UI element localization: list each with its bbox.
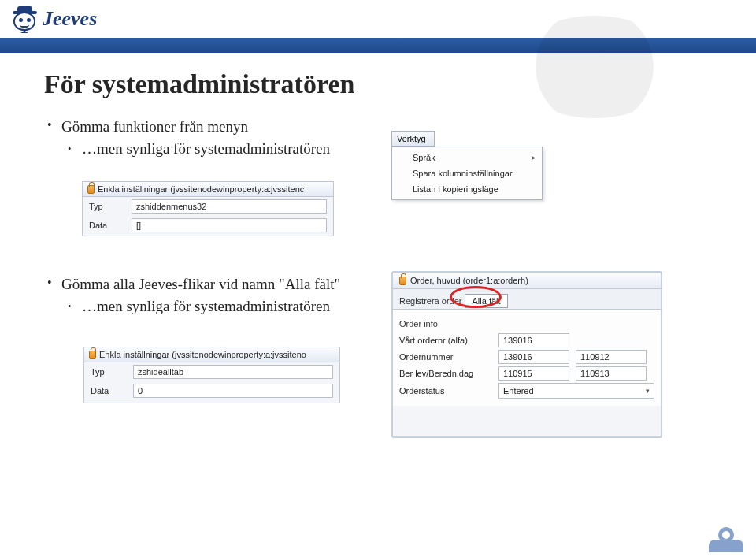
input-typ[interactable]: zshiddenmenus32 xyxy=(132,199,327,214)
menu-body: Språk Spara kolumninställningar Listan i… xyxy=(391,147,543,200)
settings-window-2: Enkla inställningar (jvssitenodewinprope… xyxy=(83,347,340,403)
sub-bullet-list-2: …men synliga för systemadministratören xyxy=(65,298,340,315)
bullet-1: Gömma funktioner från menyn xyxy=(44,118,712,136)
menu-header[interactable]: Verktyg xyxy=(391,131,435,147)
select-orderstatus[interactable]: Entered ▾ xyxy=(498,383,654,399)
menu-item-save-columns[interactable]: Spara kolumninställningar xyxy=(392,165,542,181)
settings-window-1: Enkla inställningar (jvssitenodewinprope… xyxy=(82,181,334,236)
lock-icon xyxy=(89,351,96,359)
label-data: Data xyxy=(89,221,132,230)
row-ordernummer: Ordernummer 139016 110912 xyxy=(399,350,654,364)
input-ordernummer-1[interactable]: 139016 xyxy=(498,350,569,364)
chevron-down-icon: ▾ xyxy=(646,387,650,395)
form-row-typ-2: Typ zshidealltab xyxy=(84,362,339,381)
bullet-list-2: Gömma alla Jeeves-flikar vid namn "Alla … xyxy=(44,276,340,293)
order-window: Order, huvud (order1:a:orderh) Registrer… xyxy=(391,271,662,438)
bullet-3: Gömma alla Jeeves-flikar vid namn "Alla … xyxy=(44,276,340,293)
order-tabs: Registrera order Alla fält xyxy=(393,289,661,310)
tab-register-order[interactable]: Registrera order xyxy=(399,296,461,306)
label-typ: Typ xyxy=(89,202,132,211)
window-title: Enkla inställningar (jvssitenodewinprope… xyxy=(98,184,304,194)
order-body: Order info Vårt ordernr (alfa) 139016 Or… xyxy=(393,310,661,406)
input-ber-lev-1[interactable]: 110915 xyxy=(498,366,569,381)
brand-name: Jeeves xyxy=(43,7,97,31)
tab-all-fields[interactable]: Alla fält xyxy=(465,294,507,308)
form-row-data-2: Data 0 xyxy=(84,381,339,400)
lock-icon xyxy=(87,185,94,194)
order-window-title: Order, huvud (order1:a:orderh) xyxy=(410,276,528,285)
form-row-typ: Typ zshiddenmenus32 xyxy=(83,197,333,216)
bullet-list: Gömma funktioner från menyn xyxy=(44,118,712,136)
input-ordernr-alfa[interactable]: 139016 xyxy=(498,333,569,347)
menu-item-list-copy-mode[interactable]: Listan i kopieringsläge xyxy=(392,181,542,197)
label-ordernr-alfa: Vårt ordernr (alfa) xyxy=(399,336,498,345)
label-ber-lev: Ber lev/Beredn.dag xyxy=(399,369,498,378)
menu-item-language[interactable]: Språk xyxy=(392,150,542,165)
window-titlebar-2: Enkla inställningar (jvssitenodewinprope… xyxy=(84,347,339,362)
lock-icon xyxy=(399,277,406,285)
label-orderstatus: Orderstatus xyxy=(399,386,498,395)
input-ber-lev-2[interactable]: 110913 xyxy=(576,366,647,381)
brand-logo: Jeeves xyxy=(11,6,97,32)
window-titlebar: Enkla inställningar (jvssitenodewinprope… xyxy=(83,182,333,197)
label-typ-2: Typ xyxy=(91,367,133,377)
input-data-2[interactable]: 0 xyxy=(133,384,333,398)
form-row-data: Data [] xyxy=(83,216,333,235)
label-ordernummer: Ordernummer xyxy=(399,352,498,362)
input-typ-2[interactable]: zshidealltab xyxy=(133,365,333,379)
tools-menu: Verktyg Språk Spara kolumninställningar … xyxy=(391,131,543,222)
input-data[interactable]: [] xyxy=(132,218,327,232)
window-title-2: Enkla inställningar (jvssitenodewinprope… xyxy=(99,350,306,359)
row-ber-lev: Ber lev/Beredn.dag 110915 110913 xyxy=(399,366,654,381)
bullet-2: …men synliga för systemadministratören xyxy=(65,140,712,158)
jeeves-mascot-icon xyxy=(11,6,38,32)
input-ordernummer-2[interactable]: 110912 xyxy=(576,350,647,364)
bullet-4: …men synliga för systemadministratören xyxy=(65,298,340,315)
footer-logo-icon xyxy=(704,521,751,552)
section-2: Gömma alla Jeeves-flikar vid namn "Alla … xyxy=(44,271,340,320)
label-data-2: Data xyxy=(91,386,133,395)
order-titlebar: Order, huvud (order1:a:orderh) xyxy=(393,273,661,289)
select-value: Entered xyxy=(503,386,534,395)
section-label: Order info xyxy=(399,319,654,329)
row-orderstatus: Orderstatus Entered ▾ xyxy=(399,383,654,399)
sub-bullet-list-1: …men synliga för systemadministratören xyxy=(65,140,712,158)
slide-title: För systemadministratören xyxy=(44,69,712,99)
row-ordernr-alfa: Vårt ordernr (alfa) 139016 xyxy=(399,333,654,347)
